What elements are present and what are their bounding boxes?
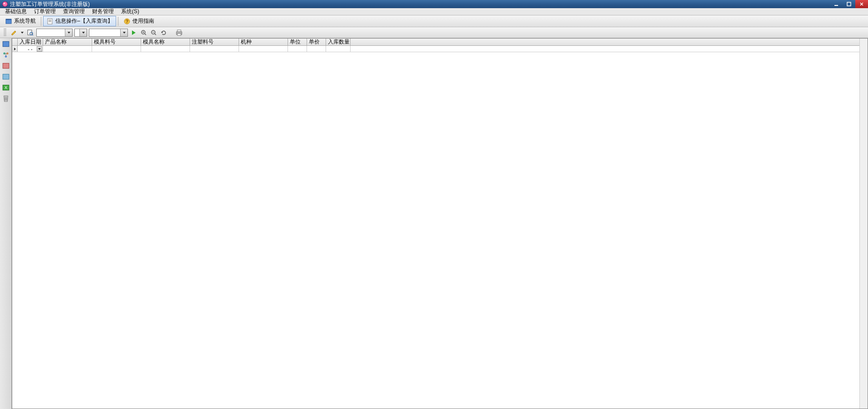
cell-price[interactable] [307,46,326,52]
combo-dropdown-button[interactable] [120,29,127,36]
window-icon [5,18,12,25]
minimize-button[interactable] [830,0,843,8]
content-area: X 入库日期 产品名称 模具料号 模具名称 注塑料号 机种 单位 单价 入库数量… [0,38,868,409]
col-header-mold-name[interactable]: 模具名称 [141,39,190,45]
maximize-button[interactable] [843,0,855,8]
data-grid[interactable]: 入库日期 产品名称 模具料号 模具名称 注塑料号 机种 单位 单价 入库数量 -… [12,38,868,409]
window-controls [830,0,868,8]
col-header-qty[interactable]: 入库数量 [326,39,351,45]
cell-mold-code[interactable] [92,46,141,52]
help-guide-label: 使用指南 [132,17,154,25]
col-header-machine[interactable]: 机种 [239,39,288,45]
cell-date[interactable]: - - [18,46,43,52]
svg-rect-24 [177,34,181,35]
cell-mold-name[interactable] [141,46,190,52]
toolbar-grip [4,29,6,37]
refresh-button[interactable] [160,29,168,37]
svg-point-0 [3,2,8,7]
menu-basic-info[interactable]: 基础信息 [1,7,30,16]
window-title: 注塑加工订单管理系统(非注册版) [10,0,90,8]
filter-value-combo[interactable] [89,29,128,37]
svg-line-14 [32,34,33,35]
col-header-material[interactable]: 注塑料号 [190,39,239,45]
app-icon [2,1,8,7]
svg-rect-25 [3,41,9,46]
col-header-date[interactable]: 入库日期 [18,39,43,45]
table-row[interactable]: - - [12,46,868,52]
grid-header-row: 入库日期 产品名称 模具料号 模具名称 注塑料号 机种 单位 单价 入库数量 [12,39,868,46]
svg-line-20 [155,34,156,35]
menu-finance-mgmt[interactable]: 财务管理 [88,7,117,16]
filter-field-combo[interactable] [36,29,73,37]
toolbar-secondary [0,27,868,38]
menu-system[interactable]: 系统(S) [117,7,143,16]
info-operation-label: 信息操作–【入库查询】 [55,17,113,25]
svg-text:?: ? [126,19,128,24]
left-sidebar: X [0,38,12,409]
sidebar-btn-6[interactable] [2,94,10,103]
print-button[interactable] [175,29,183,37]
info-operation-button[interactable]: 信息操作–【入库查询】 [43,16,116,26]
svg-rect-6 [48,19,52,24]
preview-button[interactable] [26,29,34,37]
edit-dropdown[interactable] [20,32,24,34]
date-picker-button[interactable] [37,46,42,52]
svg-rect-2 [834,5,838,6]
svg-rect-32 [3,74,9,79]
svg-line-16 [145,34,146,35]
col-header-product[interactable]: 产品名称 [43,39,92,45]
cell-product[interactable] [43,46,92,52]
svg-rect-3 [847,2,851,6]
svg-rect-22 [177,30,181,32]
combo-dropdown-button[interactable] [79,29,87,36]
toolbar-separator [118,17,118,26]
zoom-out-button[interactable] [150,29,158,37]
sidebar-btn-5[interactable]: X [2,84,10,92]
svg-point-1 [4,3,5,4]
system-nav-button[interactable]: 系统导航 [2,16,39,26]
grid-corner [12,39,18,45]
run-query-button[interactable] [130,29,138,37]
cell-machine[interactable] [239,46,288,52]
svg-text:X: X [4,85,7,90]
svg-rect-5 [6,19,11,20]
menubar: 基础信息 订单管理 查询管理 财务管理 系统(S) [0,8,868,15]
toolbar-primary: 系统导航 信息操作–【入库查询】 ? 使用指南 [0,15,868,27]
document-icon [46,18,54,25]
col-header-mold-code[interactable]: 模具料号 [92,39,141,45]
sidebar-btn-4[interactable] [2,73,10,81]
system-nav-label: 系统导航 [14,17,36,25]
toolbar-separator [41,17,41,26]
zoom-in-button[interactable] [140,29,148,37]
help-icon: ? [123,18,131,25]
sidebar-btn-2[interactable] [2,51,10,59]
cell-material[interactable] [190,46,239,52]
titlebar: 注塑加工订单管理系统(非注册版) [0,0,868,8]
cell-unit[interactable] [288,46,307,52]
cell-qty[interactable] [326,46,351,52]
sidebar-btn-3[interactable] [2,62,10,70]
svg-rect-31 [3,63,9,68]
menu-order-mgmt[interactable]: 订单管理 [30,7,59,16]
col-header-unit[interactable]: 单位 [288,39,307,45]
menu-query-mgmt[interactable]: 查询管理 [59,7,88,16]
help-guide-button[interactable]: ? 使用指南 [120,16,157,26]
edit-button[interactable] [10,29,18,37]
sidebar-btn-1[interactable] [2,40,10,48]
row-indicator [12,46,18,52]
col-header-price[interactable]: 单价 [307,39,326,45]
filter-op-combo[interactable] [74,29,87,37]
close-button[interactable] [855,0,868,8]
combo-dropdown-button[interactable] [65,29,72,36]
